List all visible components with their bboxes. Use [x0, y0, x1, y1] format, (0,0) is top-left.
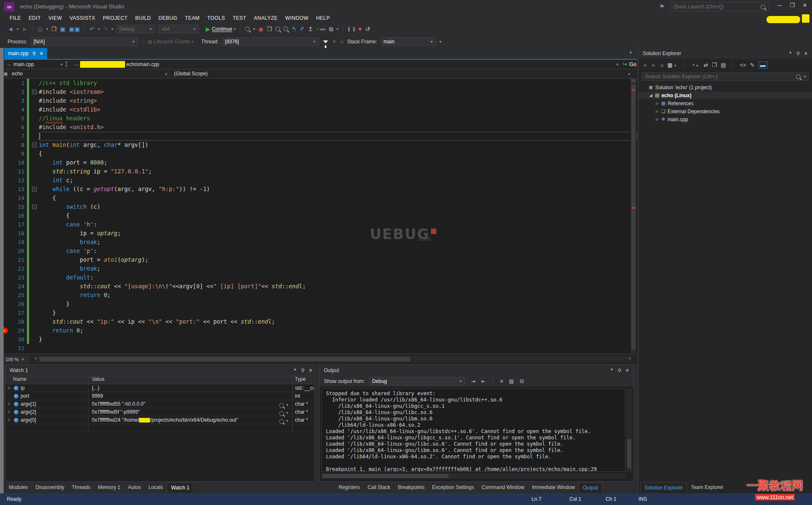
- fold-margin[interactable]: −: [30, 141, 39, 149]
- code-line-16[interactable]: 16 {: [0, 211, 637, 220]
- fold-margin[interactable]: [30, 123, 39, 132]
- expanded-icon[interactable]: ◢: [649, 93, 653, 97]
- fold-margin[interactable]: [30, 211, 39, 220]
- code-line-11[interactable]: 11 std::string ip = "127.0.0.1";: [0, 167, 637, 176]
- go-button[interactable]: Go: [629, 61, 636, 67]
- goto-message-icon[interactable]: ⇤: [481, 375, 485, 388]
- collapse-all-icon[interactable]: ▤: [721, 62, 726, 68]
- panel-tab-output[interactable]: Output: [579, 482, 602, 493]
- quick-find-icon[interactable]: [283, 23, 288, 35]
- tree-item-external-dependencies[interactable]: ▷❑External Dependencies: [638, 107, 812, 115]
- output-log[interactable]: Stopped due to shared library event: Inf…: [321, 388, 625, 472]
- close-icon[interactable]: ✕: [804, 51, 808, 56]
- fold-margin[interactable]: [30, 158, 39, 167]
- code-line-4[interactable]: 4#include <cstdlib>: [0, 105, 637, 114]
- watch-row-port[interactable]: port9999int: [5, 392, 317, 400]
- code-text[interactable]: while ((c = getopt(argc, argv, "h:p:")) …: [39, 185, 637, 194]
- pin-icon[interactable]: ⚲: [301, 368, 304, 373]
- step-out-icon[interactable]: ↥: [308, 23, 313, 35]
- code-line-12[interactable]: 12 int c;: [0, 176, 637, 185]
- watch-value[interactable]: 0x7fffffffed5f "-p9999"▼: [88, 408, 292, 416]
- forward-icon[interactable]: ►: [651, 62, 657, 68]
- watch-row-ip[interactable]: ▷ip{...}std::__cx: [5, 384, 317, 392]
- fold-margin[interactable]: [30, 335, 39, 344]
- code-line-30[interactable]: 30}: [0, 335, 637, 344]
- code-line-5[interactable]: 5//linux headers: [0, 114, 637, 123]
- code-line-18[interactable]: 18 ip = optarg;: [0, 229, 637, 238]
- expander-icon[interactable]: ▷: [8, 400, 12, 408]
- fold-margin[interactable]: −: [30, 202, 39, 211]
- solution-explorer-search[interactable]: ▼: [642, 72, 809, 81]
- fold-margin[interactable]: [30, 317, 39, 326]
- panel-tab-watch-1[interactable]: Watch 1: [167, 482, 194, 493]
- code-text[interactable]: int c;: [39, 176, 637, 185]
- process-combo[interactable]: [N/A]▼: [31, 37, 138, 46]
- watch-row-argv[1][interactable]: ▷argv[1]0x7fffffffed55 "-h0.0.0.0"▼char …: [5, 400, 317, 408]
- tree-item-echo-linux-[interactable]: ◢▤echo (Linux): [638, 91, 812, 99]
- code-line-26[interactable]: 26 }: [0, 300, 637, 308]
- home-icon[interactable]: ⌂: [660, 62, 664, 68]
- fold-margin[interactable]: [30, 264, 39, 273]
- fold-margin[interactable]: [30, 273, 39, 282]
- panel-tab-memory-1[interactable]: Memory 1: [94, 482, 124, 493]
- code-editor[interactable]: 1//c++ std library2−#include <iostream>3…: [0, 79, 637, 354]
- fold-margin[interactable]: [30, 114, 39, 123]
- navigate-back-icon[interactable]: ◄: [8, 23, 13, 35]
- code-text[interactable]: #include <unistd.h>: [39, 123, 637, 132]
- code-text[interactable]: switch (c): [39, 202, 637, 211]
- code-text[interactable]: return 0;: [39, 291, 637, 300]
- nav-path[interactable]: echo\main.cpp: [126, 61, 159, 67]
- code-text[interactable]: {: [39, 194, 637, 202]
- fold-margin[interactable]: [30, 79, 39, 88]
- collapse-icon[interactable]: −: [32, 90, 37, 94]
- code-text[interactable]: case 'h':: [39, 220, 637, 229]
- code-text[interactable]: #include <string>: [39, 96, 637, 105]
- fold-margin[interactable]: [30, 229, 39, 238]
- tree-item-solution-echo-1-project-[interactable]: ▣Solution 'echo' (1 project): [638, 83, 812, 91]
- split-editor-handle[interactable]: ≡: [630, 79, 636, 83]
- output-panel-header[interactable]: Output ▼ ⚲ ✕: [320, 365, 633, 376]
- scope-project-dropdown[interactable]: ▼: [164, 72, 168, 76]
- undo-icon[interactable]: ↶: [90, 23, 95, 35]
- clear-all-icon[interactable]: ▤: [509, 375, 514, 388]
- preview-selected-items-icon[interactable]: ▬: [759, 61, 767, 69]
- window-layout-icon[interactable]: ⧉: [329, 23, 333, 35]
- solution-explorer-header[interactable]: Solution Explorer ▼ ⚲ ✕: [638, 48, 812, 59]
- fold-margin[interactable]: [30, 255, 39, 264]
- code-line-21[interactable]: 21 port = atoi(optarg);: [0, 255, 637, 264]
- search-options-dropdown[interactable]: ▼: [803, 75, 807, 79]
- step-over-icon[interactable]: ↱: [300, 23, 305, 35]
- code-text[interactable]: default:: [39, 273, 637, 282]
- code-line-25[interactable]: 25 return 0;: [0, 291, 637, 300]
- code-line-10[interactable]: 10 int port = 8080;: [0, 158, 637, 167]
- quick-launch-input[interactable]: [671, 4, 761, 10]
- code-line-8[interactable]: 8−int main(int argc, char* argv[]): [0, 141, 637, 149]
- code-text[interactable]: break;: [39, 264, 637, 273]
- menu-item-file[interactable]: FILE: [6, 15, 25, 21]
- code-text[interactable]: {: [39, 149, 637, 158]
- thread-combo[interactable]: [8376]▼: [222, 37, 319, 46]
- editor-horizontal-scrollbar[interactable]: ◂ ▸: [34, 356, 632, 362]
- code-line-31[interactable]: 31: [0, 344, 637, 353]
- menu-item-project[interactable]: PROJECT: [99, 15, 131, 21]
- code-line-14[interactable]: 14 {: [0, 194, 637, 202]
- window-position-dropdown[interactable]: ▼: [789, 51, 792, 56]
- navigate-back-dropdown[interactable]: ▼: [16, 27, 19, 31]
- code-text[interactable]: break;: [39, 238, 637, 247]
- fold-margin[interactable]: [30, 326, 39, 335]
- tab-main-cpp[interactable]: main.cpp ⚲ ✕: [4, 48, 47, 59]
- stop-debugging-icon[interactable]: ■: [358, 23, 362, 35]
- code-text[interactable]: }: [39, 300, 637, 308]
- solution-configuration-combo[interactable]: Debug▼: [116, 25, 155, 33]
- code-text[interactable]: case 'p':: [39, 247, 637, 255]
- stack-frame-combo[interactable]: main▼: [381, 37, 436, 46]
- save-icon[interactable]: ▣: [60, 23, 65, 35]
- menu-item-vassistx[interactable]: VASSISTX: [66, 15, 99, 21]
- sync-with-active-document-icon[interactable]: ⇄: [704, 62, 708, 68]
- pin-icon[interactable]: ⚲: [796, 51, 800, 56]
- scope-project-combo[interactable]: echo: [12, 71, 23, 77]
- back-icon[interactable]: ◄: [642, 62, 647, 68]
- menu-item-window[interactable]: WINDOW: [281, 15, 312, 21]
- panel-tab-modules[interactable]: Modules: [5, 482, 32, 493]
- fold-margin[interactable]: [30, 167, 39, 176]
